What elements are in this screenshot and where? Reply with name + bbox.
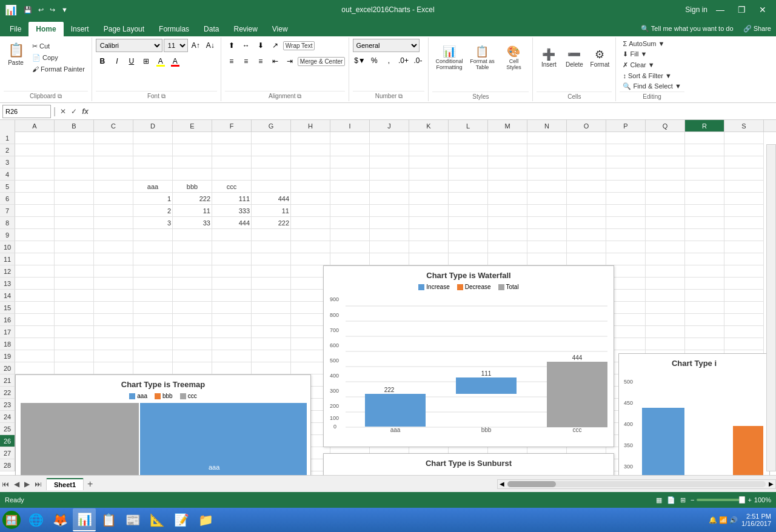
cell-n4[interactable]: [527, 168, 567, 181]
cell-h11[interactable]: [291, 253, 330, 265]
cell-styles-btn[interactable]: 🎨 CellStyles: [498, 39, 529, 76]
cell-s4[interactable]: [724, 168, 764, 181]
cell-n23[interactable]: [527, 399, 567, 411]
cell-m8[interactable]: [488, 217, 527, 229]
cell-n12[interactable]: [527, 265, 567, 278]
cell-d19[interactable]: [133, 350, 173, 362]
cell-r28[interactable]: [685, 459, 724, 471]
cell-k13[interactable]: [409, 278, 449, 290]
cell-f22[interactable]: [212, 387, 252, 399]
cell-b22[interactable]: [55, 387, 94, 399]
cell-j13[interactable]: [370, 278, 409, 290]
cell-p15[interactable]: [606, 302, 646, 314]
cell-b19[interactable]: [55, 350, 94, 362]
cell-i27[interactable]: [330, 447, 370, 459]
cut-btn[interactable]: ✂ Cut: [29, 41, 88, 52]
page-layout-btn[interactable]: 📄: [667, 496, 675, 504]
cell-e20[interactable]: [173, 362, 212, 374]
cell-f26[interactable]: [212, 435, 252, 447]
cell-p21[interactable]: [606, 374, 646, 387]
cell-d6[interactable]: 1: [133, 193, 173, 205]
cell-q23[interactable]: [646, 399, 685, 411]
cell-k26[interactable]: [409, 435, 449, 447]
cell-d25[interactable]: [133, 423, 173, 435]
conditional-formatting-btn[interactable]: 📊 ConditionalFormatting: [432, 39, 466, 76]
cell-h27[interactable]: [291, 447, 330, 459]
cell-j26[interactable]: [370, 435, 409, 447]
cell-q7[interactable]: [646, 205, 685, 217]
cell-a23[interactable]: [15, 399, 55, 411]
cell-q27[interactable]: [646, 447, 685, 459]
cell-h5[interactable]: [291, 181, 330, 193]
increase-decimal-btn[interactable]: .0+: [396, 54, 410, 67]
format-btn[interactable]: ⚙ Format: [587, 39, 612, 76]
cell-c24[interactable]: [94, 411, 133, 423]
cell-q11[interactable]: [646, 253, 685, 265]
cell-a24[interactable]: [15, 411, 55, 423]
cell-l6[interactable]: [449, 193, 488, 205]
cell-b18[interactable]: [55, 338, 94, 350]
cell-i7[interactable]: [330, 205, 370, 217]
cell-s6[interactable]: [724, 193, 764, 205]
cell-g23[interactable]: [252, 399, 291, 411]
scroll-right-btn[interactable]: ▶: [767, 480, 775, 487]
cell-j23[interactable]: [370, 399, 409, 411]
cell-j25[interactable]: [370, 423, 409, 435]
cell-e16[interactable]: [173, 314, 212, 326]
cell-n3[interactable]: [527, 156, 567, 168]
cell-r27[interactable]: [685, 447, 724, 459]
cell-b4[interactable]: [55, 168, 94, 181]
cell-j17[interactable]: [370, 326, 409, 338]
cell-f11[interactable]: [212, 253, 252, 265]
number-format-select[interactable]: General: [353, 39, 420, 52]
taskbar-explorer[interactable]: 📁: [194, 508, 217, 531]
cell-r19[interactable]: [685, 350, 724, 362]
cell-b3[interactable]: [55, 156, 94, 168]
cell-e15[interactable]: [173, 302, 212, 314]
delete-btn[interactable]: ➖ Delete: [562, 39, 586, 76]
cell-o9[interactable]: [567, 229, 606, 241]
cell-j21[interactable]: [370, 374, 409, 387]
cell-d1[interactable]: [133, 132, 173, 144]
cell-s8[interactable]: [724, 217, 764, 229]
cell-f24[interactable]: [212, 411, 252, 423]
undo-quick-btn[interactable]: ↩: [36, 5, 45, 15]
cell-e21[interactable]: [173, 374, 212, 387]
format-as-table-btn[interactable]: 📋 Format asTable: [467, 39, 497, 76]
col-L[interactable]: L: [449, 120, 488, 131]
cell-q9[interactable]: [646, 229, 685, 241]
cell-i13[interactable]: [330, 278, 370, 290]
cell-g14[interactable]: [252, 290, 291, 302]
cell-a22[interactable]: [15, 387, 55, 399]
cell-f2[interactable]: [212, 144, 252, 156]
cell-o28[interactable]: [567, 459, 606, 471]
cell-n24[interactable]: [527, 411, 567, 423]
col-B[interactable]: B: [55, 120, 94, 131]
cell-h4[interactable]: [291, 168, 330, 181]
col-D[interactable]: D: [133, 120, 173, 131]
cell-s28[interactable]: [724, 459, 764, 471]
cell-h9[interactable]: [291, 229, 330, 241]
cell-m5[interactable]: [488, 181, 527, 193]
font-launcher[interactable]: ⧉: [161, 93, 166, 99]
cell-r22[interactable]: [685, 387, 724, 399]
cell-d17[interactable]: [133, 326, 173, 338]
cell-s12[interactable]: [724, 265, 764, 278]
cell-o2[interactable]: [567, 144, 606, 156]
cell-m6[interactable]: [488, 193, 527, 205]
cell-m11[interactable]: [488, 253, 527, 265]
cell-p3[interactable]: [606, 156, 646, 168]
cell-i18[interactable]: [330, 338, 370, 350]
cell-a21[interactable]: [15, 374, 55, 387]
cell-f16[interactable]: [212, 314, 252, 326]
cell-i12[interactable]: [330, 265, 370, 278]
cell-p6[interactable]: [606, 193, 646, 205]
cell-q10[interactable]: [646, 241, 685, 253]
cell-c3[interactable]: [94, 156, 133, 168]
cell-i16[interactable]: [330, 314, 370, 326]
cell-c23[interactable]: [94, 399, 133, 411]
cell-i23[interactable]: [330, 399, 370, 411]
cell-j2[interactable]: [370, 144, 409, 156]
cell-n16[interactable]: [527, 314, 567, 326]
taskbar-ie[interactable]: 🌐: [24, 508, 47, 531]
